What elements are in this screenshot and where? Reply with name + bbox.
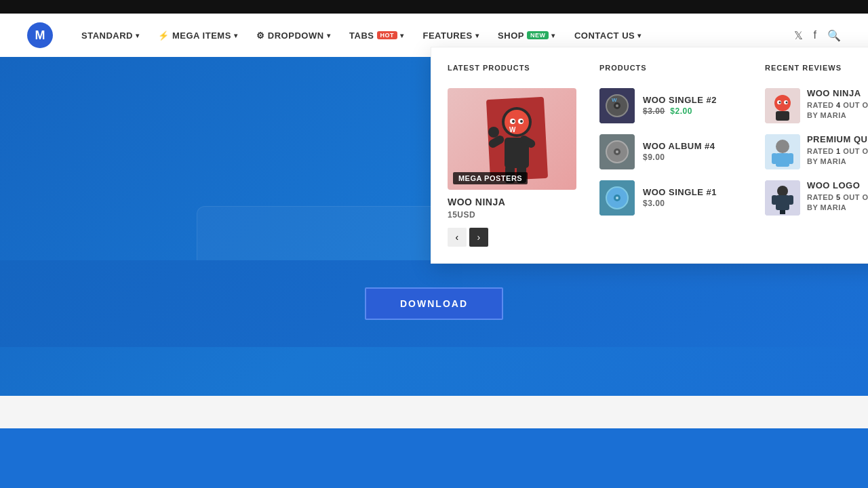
product-label: Mega Posters [453, 172, 528, 184]
svg-rect-43 [788, 195, 793, 205]
nav-shop[interactable]: SHOP NEW ▾ [490, 25, 564, 46]
new-badge: NEW [527, 31, 549, 39]
svg-point-31 [778, 101, 781, 103]
mega-menu-dropdown: LATEST PRODUCTS [431, 47, 868, 264]
product-info: Woo Single #1 $3.00 [643, 187, 749, 208]
chevron-down-icon: ▾ [327, 32, 331, 39]
svg-text:W: W [509, 126, 516, 134]
svg-point-2 [505, 110, 529, 134]
logo-circle: M [27, 22, 53, 48]
price-old: $3.00 [643, 106, 665, 116]
nav-contact[interactable]: CONTACT US ▾ LATEST PRODUCTS [566, 25, 650, 46]
carousel-controls: ‹ › [448, 228, 583, 247]
svg-point-6 [520, 120, 523, 123]
section-latest-products: LATEST PRODUCTS [448, 64, 583, 247]
chevron-down-icon: ▾ [551, 32, 555, 39]
product-list-price: $3.00 [643, 199, 749, 208]
list-item[interactable]: Woo Single #1 $3.00 [599, 180, 749, 216]
nav-standard[interactable]: STANDARD ▾ [73, 25, 147, 46]
svg-text:W: W [612, 97, 617, 103]
review-logo-thumb [765, 180, 800, 216]
review-info: Woo Logo Rated 5 out of 5 by Maria [807, 180, 868, 214]
cd-icon: W [599, 88, 635, 123]
svg-point-17 [616, 104, 618, 107]
svg-point-26 [616, 197, 618, 199]
svg-point-22 [616, 150, 618, 153]
review-text: Rated 5 out of 5 by Maria [807, 192, 868, 214]
svg-point-35 [776, 140, 789, 153]
svg-rect-41 [776, 195, 789, 210]
product-list-price: $9.00 [643, 152, 749, 162]
svg-point-11 [488, 127, 499, 138]
review-item[interactable]: Premium Quality Rated 1 out of 5 by Mari… [765, 134, 868, 169]
nav-dropdown[interactable]: ⚙ DROPDOWN ▾ [248, 25, 338, 46]
section-recent-reviews: RECENT REVIEWS [765, 64, 868, 247]
svg-rect-33 [776, 111, 789, 121]
search-icon[interactable]: 🔍 [827, 29, 841, 42]
review-thumbnail [765, 88, 800, 123]
svg-point-40 [777, 186, 788, 197]
navbar-menu: STANDARD ▾ ⚡ MEGA ITEMS ▾ ⚙ DROPDOWN ▾ T… [73, 25, 794, 46]
navbar: M STANDARD ▾ ⚡ MEGA ITEMS ▾ ⚙ DROPDOWN ▾… [0, 14, 868, 57]
navbar-icons: 𝕏 f 🔍 [794, 29, 841, 42]
section-products: PRODUCTS W Woo Single [599, 64, 749, 247]
review-ninja-thumb [765, 88, 800, 123]
review-product-name: Premium Quality [807, 134, 868, 144]
featured-product-card[interactable]: W [448, 88, 583, 220]
nav-tabs[interactable]: TABS HOT ▾ [341, 25, 412, 46]
svg-rect-37 [772, 153, 777, 164]
facebook-icon[interactable]: f [814, 29, 816, 41]
reviews-title: RECENT REVIEWS [765, 64, 868, 77]
cd2-icon [599, 180, 635, 216]
product-thumbnail: W [599, 88, 635, 123]
svg-point-5 [512, 120, 515, 123]
review-thumbnail [765, 180, 800, 216]
product-info: Woo Single #2 $3.00 $2.00 [643, 95, 749, 116]
album-icon [599, 134, 635, 169]
product-list-name: Woo Album #4 [643, 141, 749, 151]
chevron-down-icon: ▾ [234, 32, 238, 39]
svg-rect-42 [772, 195, 777, 205]
prev-button[interactable]: ‹ [448, 228, 467, 247]
product-list-price: $3.00 $2.00 [643, 106, 749, 116]
svg-rect-38 [788, 153, 793, 164]
top-bar [0, 0, 868, 14]
review-product-name: Woo Logo [807, 180, 868, 190]
next-button[interactable]: › [469, 228, 488, 247]
nav-mega-items[interactable]: ⚡ MEGA ITEMS ▾ [150, 25, 245, 46]
product-list-name: Woo Single #2 [643, 95, 749, 105]
product-thumbnail [599, 134, 635, 169]
product-list-name: Woo Single #1 [643, 187, 749, 197]
chevron-down-icon: ▾ [637, 32, 642, 39]
download-button[interactable]: DOWNLOAD [365, 287, 503, 320]
list-item[interactable]: Woo Album #4 $9.00 [599, 134, 749, 169]
svg-rect-45 [783, 210, 785, 214]
review-text: Rated 4 out of 5 by Maria [807, 100, 868, 121]
latest-products-title: LATEST PRODUCTS [448, 64, 583, 77]
logo[interactable]: M [27, 22, 53, 48]
review-product-name: Woo Ninja [807, 88, 868, 98]
review-info: Woo Ninja Rated 4 out of 5 by Maria [807, 88, 868, 121]
review-item[interactable]: Woo Ninja Rated 4 out of 5 by Maria [765, 88, 868, 123]
svg-rect-36 [776, 153, 789, 167]
chevron-down-icon: ▾ [136, 32, 140, 39]
featured-product-image: W [448, 88, 576, 190]
svg-point-28 [774, 95, 791, 111]
chevron-down-icon: ▾ [400, 32, 404, 39]
download-section: DOWNLOAD [0, 260, 868, 347]
product-thumbnail [599, 180, 635, 216]
hot-badge: HOT [377, 31, 398, 39]
price-new: $2.00 [670, 106, 692, 116]
twitter-icon[interactable]: 𝕏 [794, 29, 803, 42]
review-text: Rated 1 out of 5 by Maria [807, 146, 868, 167]
svg-rect-44 [780, 210, 783, 214]
review-quality-thumb [765, 134, 800, 169]
product-info: Woo Album #4 $9.00 [643, 141, 749, 162]
list-item[interactable]: W Woo Single #2 $3.00 $2.00 [599, 88, 749, 123]
featured-product-name: Woo Ninja [448, 197, 583, 207]
review-thumbnail [765, 134, 800, 169]
chevron-down-icon: ▾ [475, 32, 479, 39]
svg-point-32 [785, 101, 787, 103]
review-item[interactable]: Woo Logo Rated 5 out of 5 by Maria [765, 180, 868, 216]
nav-features[interactable]: FEATURES ▾ [415, 25, 488, 46]
